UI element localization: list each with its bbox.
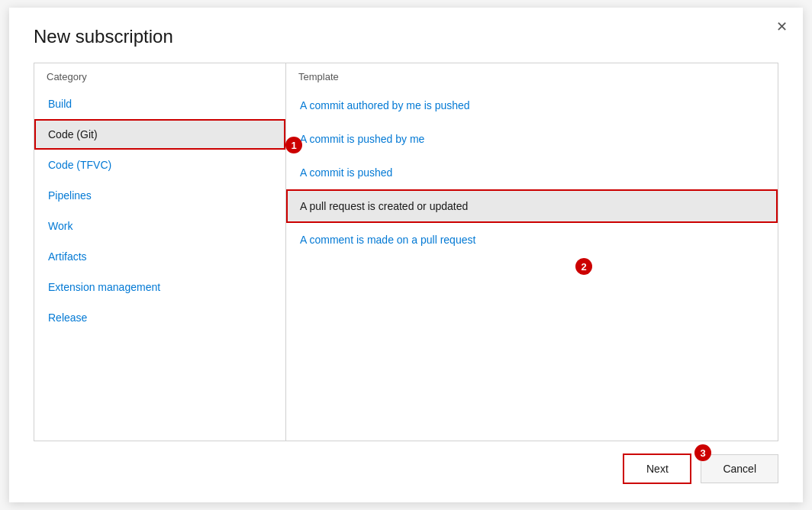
category-item-build[interactable]: Build — [34, 89, 285, 119]
dialog: ✕ New subscription 1 2 Category Build Co… — [9, 8, 803, 502]
close-button[interactable]: ✕ — [776, 20, 788, 34]
category-panel: Category Build Code (Git) Code (TFVC) Pi… — [34, 63, 286, 441]
panels-wrapper: 1 2 Category Build Code (Git) Code (TFVC… — [34, 63, 778, 441]
category-list: Build Code (Git) Code (TFVC) Pipelines W… — [34, 89, 285, 441]
step-badge-1: 1 — [285, 137, 302, 153]
template-panel: Template A commit authored by me is push… — [286, 63, 778, 441]
step-badge-3: 3 — [694, 444, 711, 461]
template-list: A commit authored by me is pushed A comm… — [286, 89, 778, 441]
category-item-extension-management[interactable]: Extension management — [34, 272, 285, 302]
footer: 3 Next Cancel — [34, 441, 778, 484]
template-item-pull-request[interactable]: A pull request is created or updated — [286, 189, 778, 223]
category-item-artifacts[interactable]: Artifacts — [34, 241, 285, 272]
category-item-code-git[interactable]: Code (Git) — [34, 119, 285, 150]
template-item-commit-pushed-by-me[interactable]: A commit is pushed by me — [286, 122, 778, 156]
content-area: Category Build Code (Git) Code (TFVC) Pi… — [34, 63, 778, 441]
step-badge-2: 2 — [575, 258, 592, 275]
category-item-pipelines[interactable]: Pipelines — [34, 180, 285, 211]
template-item-commit-pushed[interactable]: A commit is pushed — [286, 156, 778, 189]
template-item-comment-pull-request[interactable]: A comment is made on a pull request — [286, 223, 778, 257]
template-panel-header: Template — [286, 63, 778, 89]
cancel-button[interactable]: Cancel — [701, 454, 778, 483]
category-item-work[interactable]: Work — [34, 211, 285, 241]
category-item-code-tfvc[interactable]: Code (TFVC) — [34, 150, 285, 180]
category-panel-header: Category — [34, 63, 285, 89]
next-button[interactable]: Next — [623, 454, 691, 484]
category-item-release[interactable]: Release — [34, 302, 285, 333]
dialog-title: New subscription — [34, 26, 778, 47]
template-item-commit-authored[interactable]: A commit authored by me is pushed — [286, 89, 778, 122]
